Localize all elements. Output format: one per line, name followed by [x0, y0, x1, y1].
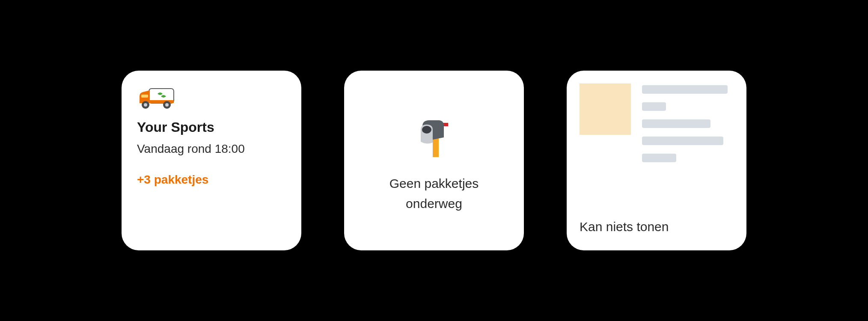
skeleton-line — [642, 154, 676, 162]
package-delivery-card[interactable]: Your Sports Vandaag rond 18:00 +3 pakket… — [122, 71, 301, 250]
skeleton-line — [642, 102, 666, 111]
no-packages-card[interactable]: Geen pakketjes onderweg — [344, 71, 524, 250]
cannot-show-text: Kan niets tonen — [580, 220, 734, 238]
svg-rect-6 — [141, 95, 148, 98]
skeleton-line — [642, 137, 723, 145]
svg-point-10 — [422, 126, 431, 134]
skeleton-image-placeholder — [580, 83, 631, 135]
skeleton-line — [642, 85, 728, 94]
skeleton-text-lines — [642, 83, 728, 162]
skeleton-placeholder — [580, 83, 734, 162]
no-packages-text: Geen pakketjes onderweg — [389, 174, 479, 214]
svg-point-5 — [165, 103, 169, 107]
delivery-van-icon — [137, 86, 175, 110]
svg-rect-7 — [433, 138, 439, 157]
delivery-time: Vandaag rond 18:00 — [137, 142, 286, 156]
cannot-show-card[interactable]: Kan niets tonen — [567, 71, 746, 250]
no-packages-line-2: onderweg — [406, 196, 462, 211]
mailbox-icon — [415, 118, 453, 158]
sender-name: Your Sports — [137, 119, 286, 135]
skeleton-line — [642, 119, 710, 128]
svg-point-3 — [144, 103, 147, 107]
no-packages-line-1: Geen pakketjes — [389, 176, 479, 190]
more-packages-link[interactable]: +3 pakketjes — [137, 173, 286, 187]
